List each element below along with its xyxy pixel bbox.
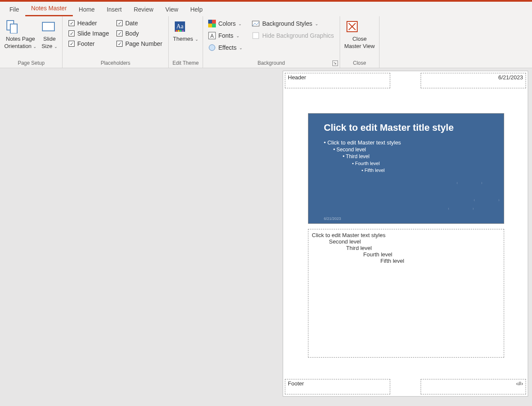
effects-label: Effects [218,44,237,51]
svg-rect-17 [253,33,259,39]
orientation-label: Notes Page Orientation [4,36,35,49]
checkbox-footer[interactable]: ✓Footer [69,40,109,47]
check-icon: ✓ [117,20,123,26]
notes-text-l0: Click to edit Master text styles [312,232,500,238]
slide-text-l0: • Click to edit Master text styles [324,139,504,146]
slide-text-l3: • Fourth level [352,160,504,167]
tab-view[interactable]: View [159,3,184,16]
notes-text-l2: Third level [346,245,500,251]
group-label-close: Close [343,60,377,67]
slide-title-text: Click to edit Master title style [324,122,504,133]
background-dialog-launcher[interactable]: ↘ [332,60,338,66]
group-edit-theme: Aa Themes ⌄ Edit Theme [169,16,203,68]
group-label-edit-theme: Edit Theme [171,60,200,67]
orientation-icon [4,20,36,33]
group-page-setup: Notes Page Orientation ⌄ Slide Size ⌄ Pa… [0,16,63,68]
svg-rect-6 [178,30,179,32]
checkbox-page-number-label: Page Number [125,40,162,47]
group-label-placeholders: Placeholders [65,60,165,67]
tab-insert[interactable]: Insert [101,3,128,16]
tab-help[interactable]: Help [184,3,209,16]
chevron-down-icon: ⌄ [239,45,242,50]
close-master-view-button[interactable]: Close Master View [343,18,377,51]
tab-notes-master[interactable]: Notes Master [25,2,73,16]
themes-label: Themes [173,36,193,42]
svg-point-15 [209,45,215,51]
slide-size-label: Slide Size [42,36,56,49]
tab-review[interactable]: Review [128,3,159,16]
svg-text:Aa: Aa [176,23,184,30]
fonts-icon: A [208,32,216,39]
svg-rect-12 [212,24,216,27]
colors-label: Colors [218,20,236,27]
checkbox-slide-image-label: Slide Image [77,30,109,37]
svg-rect-9 [208,20,212,24]
slide-image-placeholder[interactable]: Click to edit Master title style • Click… [308,113,504,224]
effects-button[interactable]: Effects ⌄ [206,42,245,53]
svg-rect-1 [10,24,17,33]
svg-text:A: A [210,33,214,39]
checkbox-slide-image[interactable]: ✓Slide Image [69,30,109,37]
hide-background-graphics-checkbox[interactable]: Hide Background Graphics [249,30,336,41]
svg-rect-5 [176,30,177,32]
hide-background-graphics-label: Hide Background Graphics [262,32,334,39]
background-styles-label: Background Styles [262,20,312,27]
checkbox-body[interactable]: ✓Body [117,30,162,37]
group-label-page-setup: Page Setup [3,60,60,67]
tab-file[interactable]: File [3,3,25,16]
chevron-down-icon: ⌄ [315,21,318,26]
colors-button[interactable]: Colors ⌄ [206,18,245,29]
svg-rect-16 [252,21,259,26]
check-icon: ✓ [117,30,123,36]
chevron-down-icon: ⌄ [195,37,198,42]
checkbox-footer-label: Footer [77,40,94,47]
date-placeholder[interactable]: 6/21/2023 [421,73,526,88]
footer-placeholder[interactable]: Footer [285,379,390,394]
slide-decoration-hexagons [439,168,504,224]
check-icon: ✓ [69,30,75,36]
notes-master-edit-area[interactable]: Header 6/21/2023 Click to edit Master ti… [0,68,532,406]
svg-rect-2 [42,22,54,31]
group-background: Colors ⌄ A Fonts ⌄ Effects ⌄ [203,16,340,68]
header-placeholder[interactable]: Header [285,73,390,88]
notes-page[interactable]: Header 6/21/2023 Click to edit Master ti… [283,71,528,397]
notes-page-orientation-button[interactable]: Notes Page Orientation ⌄ [3,18,38,51]
notes-body-placeholder[interactable]: Click to edit Master text styles Second … [308,229,504,358]
checkbox-date[interactable]: ✓Date [117,20,162,27]
chevron-down-icon: ⌄ [236,33,239,38]
notes-text-l3: Fourth level [363,251,500,258]
check-icon: ✓ [69,20,75,26]
checkbox-header-label: Header [77,20,97,27]
notes-text-l4: Fifth level [380,258,500,264]
close-master-view-label: Close Master View [344,36,375,49]
notes-text-l1: Second level [329,238,500,245]
checkbox-header[interactable]: ✓Header [69,20,109,27]
group-placeholders: ✓Header ✓Slide Image ✓Footer ✓Date ✓Body… [63,16,168,68]
check-icon: ✓ [117,41,123,47]
slide-text-l1: • Second level [333,146,504,153]
group-label-background: Background [206,60,337,67]
tab-home[interactable]: Home [73,3,101,16]
checkbox-page-number[interactable]: ✓Page Number [117,40,162,47]
check-icon: ✓ [69,41,75,47]
slide-text-l2: • Third level [343,153,504,160]
ribbon-tabs: File Notes Master Home Insert Review Vie… [0,2,532,16]
slide-size-icon [41,20,58,33]
ribbon-groups: Notes Page Orientation ⌄ Slide Size ⌄ Pa… [0,16,532,68]
slide-date-stamp: 6/21/2023 [324,217,341,221]
fonts-button[interactable]: A Fonts ⌄ [206,30,245,41]
checkbox-empty-icon [252,32,260,39]
chevron-down-icon: ⌄ [238,21,242,26]
background-styles-button[interactable]: Background Styles ⌄ [249,18,336,29]
background-styles-icon [252,20,260,27]
page-number-placeholder[interactable]: ‹#› [421,379,526,394]
svg-rect-8 [182,30,184,32]
chevron-down-icon: ⌄ [33,44,36,49]
svg-rect-11 [208,24,212,27]
checkbox-date-label: Date [125,20,138,27]
slide-size-button[interactable]: Slide Size ⌄ [39,18,60,51]
ribbon: File Notes Master Home Insert Review Vie… [0,2,532,68]
themes-button[interactable]: Aa Themes ⌄ [171,18,200,43]
svg-rect-10 [212,20,216,24]
themes-icon: Aa [173,20,198,33]
